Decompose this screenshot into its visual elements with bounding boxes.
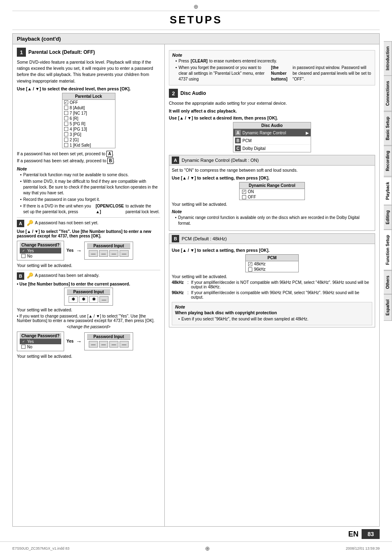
page-title: SETUPS	[12, 11, 380, 30]
lock-label-4pg13: 4 [PG 13]	[70, 127, 87, 131]
badge-a-ref: A	[106, 151, 113, 157]
block-a-instruction: Use [▲ / ▼] to select "Yes". Use [the Nu…	[17, 229, 160, 238]
checkbox-8adult	[64, 106, 68, 110]
pass-field-b2-1: —	[89, 341, 98, 348]
pass-field-a1: —	[89, 250, 98, 257]
section1-badge: 1	[17, 48, 26, 57]
sidebar-tab-connections[interactable]: Connections	[384, 76, 392, 111]
lock-row-off: OFF	[62, 100, 115, 105]
lock-row-5pgr: 5 [PG R]	[62, 121, 115, 127]
sidebar-tab-playback[interactable]: Playback	[384, 177, 392, 205]
pass-field-b2-2: —	[99, 341, 108, 348]
lock-row-3pg: 3 [PG]	[62, 132, 115, 137]
sidebar-tab-others[interactable]: Others	[384, 270, 392, 294]
checkbox-off	[64, 100, 68, 104]
sidebar-tab-recording[interactable]: Recording	[384, 145, 392, 176]
pcm-note-items: Even if you select "96kHz", the sound wi…	[175, 316, 369, 322]
password-input-b-title: Password Input	[67, 289, 110, 295]
password-input-b2: Password Input — — — —	[84, 332, 133, 350]
note1-items: Parental lock function may not be availa…	[17, 172, 160, 215]
lock-label-6r: 6 [R]	[70, 116, 78, 121]
sidebar-tab-editing[interactable]: Editing	[384, 205, 392, 230]
sidebar-tab-function-setup[interactable]: Function Setup	[384, 230, 392, 270]
disc-audio-row-c: C Dolby Digital	[233, 145, 311, 152]
password-input-b-fields: ✱ ✱ ✱ —	[67, 295, 110, 304]
disc-audio-row-b: B PCM	[233, 137, 311, 145]
password-input-a-fields: — — — —	[87, 249, 130, 258]
note1-item2: With some DVD, it may be difficult to fi…	[20, 179, 160, 196]
change-dialog-a-yes: Yes	[20, 248, 61, 253]
pass-field-a3: —	[109, 250, 118, 257]
pcm-note-block: Note When playing back disc with copyrig…	[172, 302, 372, 325]
yes-text-a: Yes	[67, 248, 74, 253]
freq-48-text: If your amplifier/decoder is NOT compati…	[191, 280, 372, 289]
lock-label-5pgr: 5 [PG R]	[70, 122, 85, 126]
pcm-badge: B	[172, 235, 179, 242]
note-top-item1: Press [CLEAR] to erase numbers entered i…	[175, 58, 372, 64]
lock-row-2g: 2 [G]	[62, 137, 115, 143]
checkbox-no-b2	[21, 345, 25, 349]
sidebar-tabs: Introduction Connections Basic Setup Rec…	[384, 41, 392, 321]
block-a-content: 🔑 A password has not been set yet.	[27, 220, 99, 226]
drc-content: Set to "ON" to compress the range betwee…	[169, 166, 375, 230]
pcm-note-title: Note	[175, 304, 369, 309]
checkbox-3pg	[64, 132, 68, 136]
block-b-change-instruction: • If you want to change password, use [▲…	[17, 314, 160, 323]
section2-title: Disc Audio	[180, 90, 206, 96]
change-dialog-a-title: Change Password?	[20, 242, 61, 248]
sidebar-tab-basic-setup[interactable]: Basic Setup	[384, 111, 392, 145]
password-input-b2-fields: — — — —	[87, 340, 130, 349]
disc-audio-arrow-a: ▶	[306, 131, 309, 135]
pcm-header: B PCM (Default : 48kHz)	[169, 234, 375, 244]
disc-audio-badge-c: C	[235, 145, 241, 151]
pcm-instruction: Use [▲ / ▼] to select a setting, then pr…	[172, 248, 372, 253]
pcm-title: PCM (Default : 48kHz)	[182, 236, 227, 241]
bottom-bar: E7S50UD_ZC357MGX_v1.indd 83 ⊕ 2008/12/01…	[0, 541, 392, 555]
note1-item4: If there is a DVD in the unit when you s…	[20, 203, 160, 215]
yes-label-a: Yes	[27, 249, 34, 253]
disc-audio-row-a: A Dynamic Range Control ▶	[233, 129, 311, 137]
freq-96-text: If your amplifier/decoder is compatible …	[191, 290, 372, 299]
disc-audio-menu-header: Disc Audio	[233, 122, 311, 129]
block-a-text: A password has not been set yet.	[35, 220, 99, 226]
section1-heading: 1 Parental Lock (Default: OFF)	[17, 48, 160, 57]
freq-48-colon: :	[187, 280, 189, 289]
drc-header: A Dynamic Range Control (Default : ON)	[169, 155, 375, 166]
block-b-activated: Your setting will be activated.	[17, 307, 160, 312]
freq-96-label: 96kHz	[172, 290, 185, 299]
pcm-label-48: 48kHz	[254, 262, 265, 266]
section2-instruction2: Use [▲ / ▼] to select a desired item, th…	[169, 115, 375, 120]
main-content: 1 Parental Lock (Default: OFF) Some DVD-…	[12, 44, 380, 527]
disc-audio-label-c: Dolby Digital	[242, 146, 309, 151]
block-b-content: 🔑 A password has been set already.	[27, 272, 99, 279]
change-dialog-a: Change Password? Yes No	[17, 241, 64, 260]
note1-title: Note	[17, 166, 160, 171]
footer-right: 2008/12/01 13:59:39	[346, 546, 380, 550]
parental-lock-table-header: Parental Lock	[62, 93, 115, 100]
section2-heading: 2 Disc Audio	[169, 89, 375, 98]
pcm-row-48: 48kHz	[246, 261, 298, 267]
lock-row-8adult: 8 [Adult]	[62, 105, 115, 111]
badge-b-ref: B	[107, 158, 113, 164]
badge-a: A	[17, 220, 24, 227]
sidebar-tab-espanol[interactable]: Español	[384, 294, 392, 321]
pcm-label-96: 96kHz	[254, 267, 265, 272]
lock-row-4pg13: 4 [PG 13]	[62, 127, 115, 132]
section1-instruction: Use [▲ / ▼] to select the desired level,…	[17, 86, 160, 91]
change-dialog-b2-no: No	[20, 344, 61, 350]
note-top-block: Note Press [CLEAR] to erase numbers ente…	[169, 50, 375, 85]
block-b: B 🔑 A password has been set already.	[17, 272, 160, 280]
checkbox-48khz	[248, 262, 252, 266]
pass-field-b2-3: —	[109, 341, 118, 348]
drc-table-header: Dynamic Range Control	[240, 182, 304, 189]
block-a-activated: Your setting will be activated.	[17, 263, 160, 268]
checkbox-yes-b2	[21, 339, 25, 343]
footer-left: E7S50UD_ZC357MGX_v1.indd 83	[12, 546, 69, 550]
drc-section: A Dynamic Range Control (Default : ON) S…	[169, 155, 375, 231]
freq-48-desc: 48kHz : If your amplifier/decoder is NOT…	[172, 280, 372, 289]
drc-row-on: ON	[240, 189, 304, 194]
sidebar-tab-introduction[interactable]: Introduction	[384, 41, 392, 76]
crosshair-bottom: ⊕	[205, 543, 210, 553]
pass-field-b2-4: —	[120, 341, 129, 348]
crosshair-top: ⊕	[0, 0, 392, 11]
